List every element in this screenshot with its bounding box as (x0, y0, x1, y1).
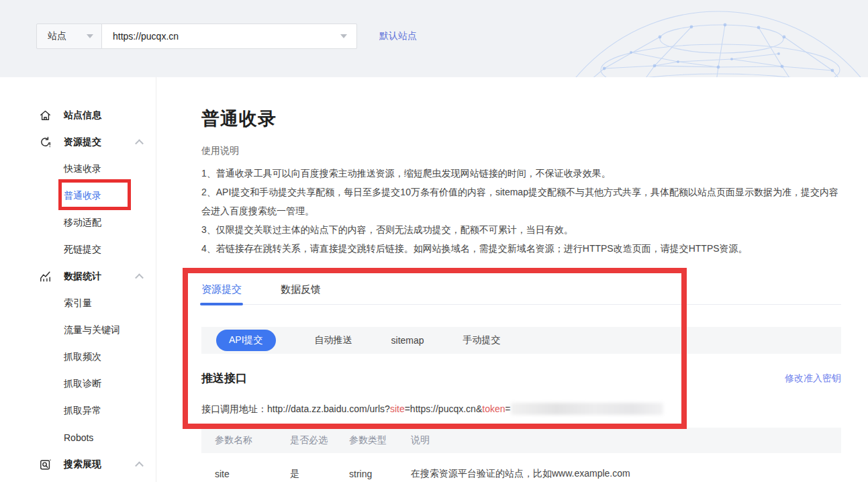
site-type-dropdown[interactable]: 站点 (36, 23, 102, 49)
api-call-address: 接口调用地址：http://data.zz.baidu.com/urls?sit… (201, 403, 663, 416)
page-title: 普通收录 (201, 107, 277, 131)
params-table-header: 参数名称 是否必选 参数类型 说明 (201, 428, 841, 453)
push-interface-title: 推送接口 (201, 371, 247, 386)
instruction-line: 1、普通收录工具可以向百度搜索主动推送资源，缩短爬虫发现网站链接的时间，不保证收… (201, 164, 841, 183)
api-param-token: token (482, 403, 505, 414)
sidebar-item-label: 流量与关键词 (64, 324, 120, 336)
table-row: site 是 string 在搜索资源平台验证的站点，比如www.example… (201, 453, 841, 482)
sidebar-item-index-volume[interactable]: 索引量 (0, 290, 156, 317)
method-tab-sitemap[interactable]: sitemap (391, 335, 424, 346)
modify-access-key-link[interactable]: 修改准入密钥 (785, 373, 841, 385)
sidebar: 站点信息 资源提交 快速收录 普通收录 移动适配 死链提交 数据统计 索引量 流… (0, 77, 156, 482)
sidebar-item-label: 普通收录 (64, 190, 101, 202)
sidebar-item-resource-submit[interactable]: 资源提交 (0, 129, 156, 156)
instruction-line: 4、若链接存在跳转关系，请直接提交跳转后链接。如网站换域名，需提交新域名资源；进… (201, 239, 841, 258)
sidebar-item-site-info[interactable]: 站点信息 (0, 102, 156, 129)
sidebar-item-fast-inclusion[interactable]: 快速收录 (0, 156, 156, 183)
method-tab-auto-push[interactable]: 自动推送 (315, 334, 352, 346)
column-header: 说明 (411, 434, 828, 446)
sidebar-item-label: 抓取频次 (64, 351, 101, 363)
content-tabs: 资源提交 数据反馈 (201, 283, 841, 305)
chevron-down-icon (340, 34, 347, 38)
sidebar-item-crawl-exception[interactable]: 抓取异常 (0, 397, 156, 424)
push-interface-header: 推送接口 修改准入密钥 (201, 371, 841, 386)
usage-label: 使用说明 (201, 145, 239, 157)
globe-decoration (524, 0, 868, 77)
main-content: 普通收录 使用说明 1、普通收录工具可以向百度搜索主动推送资源，缩短爬虫发现网站… (156, 77, 868, 482)
param-type-cell: string (349, 469, 411, 479)
column-header: 参数类型 (349, 434, 411, 446)
search-display-icon (39, 459, 52, 471)
method-tab-manual-submit[interactable]: 手动提交 (463, 334, 501, 346)
sidebar-item-traffic-keywords[interactable]: 流量与关键词 (0, 317, 156, 344)
sidebar-item-label: 抓取异常 (64, 405, 101, 417)
api-address-label: 接口调用地址： (201, 403, 267, 414)
sidebar-item-label: 数据统计 (64, 271, 101, 283)
site-type-label: 站点 (48, 30, 66, 42)
chart-icon (39, 271, 52, 283)
param-required-cell: 是 (290, 468, 349, 480)
sidebar-item-label: 快速收录 (64, 163, 101, 175)
site-url-value: https://pucqx.cn (113, 31, 179, 42)
instruction-line: 2、API提交和手动提交共享配额，每日至多提交10万条有价值的内容，sitema… (201, 183, 841, 220)
site-url-dropdown[interactable]: https://pucqx.cn (101, 23, 357, 49)
instructions: 1、普通收录工具可以向百度搜索主动推送资源，缩短爬虫发现网站链接的时间，不保证收… (201, 164, 841, 258)
instruction-line: 3、仅限提交关联过主体的站点下的内容，否则无法成功提交，配额不可累计，当日有效。 (201, 220, 841, 239)
api-equals: = (505, 403, 511, 414)
sidebar-item-search-display[interactable]: 搜索展现 (0, 451, 156, 478)
sidebar-item-robots[interactable]: Robots (0, 424, 156, 451)
top-header-band: 站点 https://pucqx.cn 默认站点 (0, 0, 868, 77)
chevron-up-icon[interactable] (135, 139, 144, 148)
sidebar-item-label: 站点信息 (64, 109, 101, 122)
sidebar-item-label: 搜索展现 (64, 459, 101, 471)
sidebar-item-mobile-adaptation[interactable]: 移动适配 (0, 209, 156, 236)
chevron-up-icon[interactable] (135, 461, 144, 470)
default-site-link[interactable]: 默认站点 (379, 30, 417, 42)
param-name-cell: site (215, 469, 290, 479)
api-url-mid: =https://pucqx.cn& (405, 403, 483, 414)
params-table: 参数名称 是否必选 参数类型 说明 site 是 string 在搜索资源平台验… (201, 428, 841, 482)
param-desc-cell: 在搜索资源平台验证的站点，比如www.example.com (411, 468, 828, 480)
api-param-site: site (390, 403, 405, 414)
home-icon (39, 109, 52, 122)
column-header: 参数名称 (215, 434, 290, 446)
site-selector: 站点 https://pucqx.cn (36, 23, 357, 49)
sidebar-item-label: 抓取诊断 (64, 378, 101, 390)
sidebar-item-crawl-diagnosis[interactable]: 抓取诊断 (0, 371, 156, 397)
sidebar-item-crawl-frequency[interactable]: 抓取频次 (0, 344, 156, 371)
chevron-up-icon[interactable] (135, 273, 144, 282)
token-redacted-blur (511, 403, 663, 415)
sidebar-item-label: 资源提交 (64, 136, 101, 148)
sidebar-item-data-statistics[interactable]: 数据统计 (0, 263, 156, 290)
sidebar-item-label: 移动适配 (64, 217, 101, 229)
tab-data-feedback[interactable]: 数据反馈 (281, 283, 321, 295)
chevron-down-icon (87, 34, 93, 38)
submit-icon (39, 136, 52, 149)
sidebar-item-label: Robots (64, 432, 93, 443)
sidebar-item-normal-inclusion[interactable]: 普通收录 (0, 183, 156, 209)
api-url-prefix: http://data.zz.baidu.com/urls? (267, 403, 390, 414)
sidebar-item-dead-link-submit[interactable]: 死链提交 (0, 236, 156, 263)
submit-method-bar: API提交 自动推送 sitemap 手动提交 (201, 327, 841, 354)
sidebar-item-label: 索引量 (64, 297, 92, 309)
column-header: 是否必选 (290, 434, 349, 446)
method-tab-api-submit[interactable]: API提交 (216, 330, 276, 351)
sidebar-item-label: 死链提交 (64, 244, 101, 256)
tab-resource-submit[interactable]: 资源提交 (201, 283, 242, 295)
